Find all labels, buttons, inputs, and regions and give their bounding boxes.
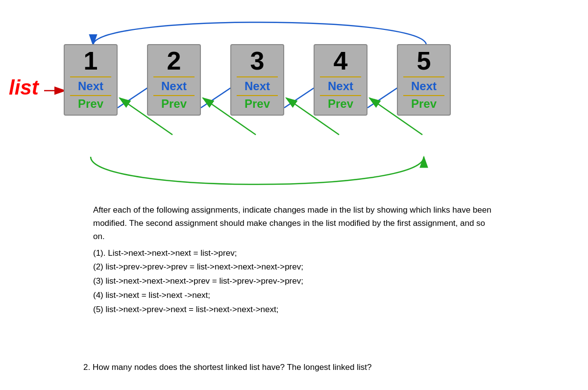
- text-area: After each of the following assignments,…: [93, 203, 495, 317]
- intro-text: After each of the following assignments,…: [93, 203, 495, 244]
- assignment-4: (4) list->next = list->next ->next;: [93, 289, 495, 303]
- node-5-next: Next: [411, 79, 437, 93]
- node-1-number: 1: [84, 48, 98, 73]
- question-2: 2. How many nodes does the shortest link…: [83, 363, 371, 372]
- node-4-next: Next: [328, 79, 353, 93]
- node-3-number: 3: [250, 48, 265, 73]
- node-1: 1 Next Prev: [64, 44, 118, 116]
- node-4-number: 4: [334, 48, 348, 73]
- assignment-2: (2) list->prev->prev->prev = list->next-…: [93, 260, 495, 274]
- list-label: list: [9, 76, 39, 99]
- node-5-divider1: [403, 76, 444, 77]
- assignment-1: (1). List->next->next->next = list->prev…: [93, 246, 495, 261]
- node-2-number: 2: [167, 48, 181, 73]
- node-1-divider1: [70, 76, 111, 77]
- node-4-divider2: [320, 95, 361, 96]
- node-2-divider1: [153, 76, 194, 77]
- node-2-next: Next: [161, 79, 187, 93]
- node-4-divider1: [320, 76, 361, 77]
- node-2-prev: Prev: [161, 97, 187, 111]
- node-3-divider2: [237, 95, 277, 96]
- assignment-3: (3) list->next->next->next->prev = list-…: [93, 274, 495, 289]
- node-5: 5 Next Prev: [397, 44, 451, 116]
- node-1-divider2: [70, 95, 111, 96]
- node-1-next: Next: [78, 79, 103, 93]
- assignments-list: (1). List->next->next->next = list->prev…: [93, 246, 495, 317]
- node-1-prev: Prev: [78, 97, 103, 111]
- node-4-prev: Prev: [328, 97, 353, 111]
- node-5-prev: Prev: [411, 97, 437, 111]
- node-3-next: Next: [245, 79, 270, 93]
- nodes-container: 1 Next Prev 2 Next Prev 3 Next Prev 4 Ne…: [64, 44, 451, 116]
- node-4: 4 Next Prev: [314, 44, 368, 116]
- node-3-divider1: [237, 76, 277, 77]
- node-5-number: 5: [417, 48, 431, 73]
- assignment-5: (5) list->next->prev->next = list->next-…: [93, 303, 495, 317]
- node-2-divider2: [153, 95, 194, 96]
- diagram-area: list: [0, 0, 588, 206]
- node-3: 3 Next Prev: [230, 44, 284, 116]
- node-2: 2 Next Prev: [147, 44, 201, 116]
- node-5-divider2: [403, 95, 444, 96]
- node-3-prev: Prev: [245, 97, 270, 111]
